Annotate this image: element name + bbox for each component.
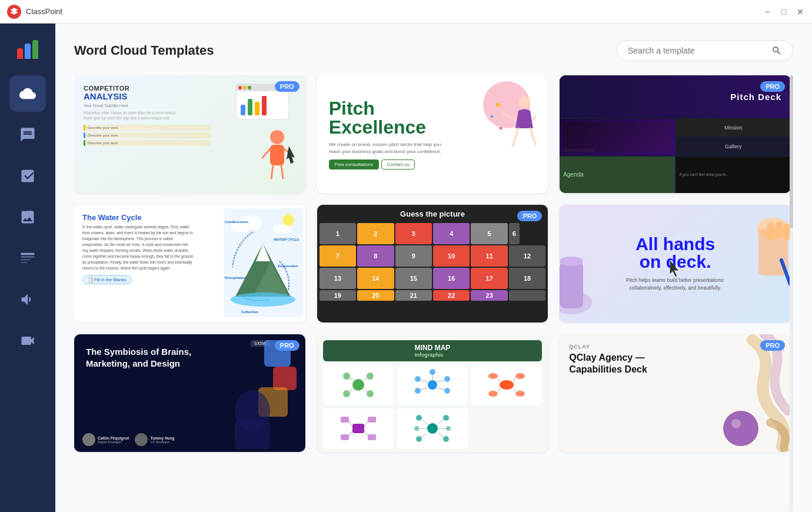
svg-line-15	[262, 149, 270, 158]
content-area: Word Cloud Templates PRO COMPETITOR ANAL…	[55, 24, 812, 512]
pitchdeck-gallery-cell: Gallery	[676, 138, 791, 155]
maximize-button[interactable]: □	[779, 7, 788, 16]
svg-point-97	[443, 436, 449, 442]
svg-point-55	[352, 379, 364, 391]
water-body: In the water cycle, water undergoes seve…	[82, 224, 194, 272]
pro-badge-guess: PRO	[517, 211, 542, 221]
svg-point-7	[243, 86, 247, 89]
author-1-name: Caitlin Pequignot	[98, 436, 129, 440]
pitchdeck-right-cells: Mission Gallery	[676, 119, 791, 155]
logo-bars-icon	[17, 38, 38, 59]
svg-line-81	[514, 378, 515, 381]
author-1-avatar	[82, 433, 95, 446]
guess-cell-10: 10	[433, 245, 470, 267]
author-2-name: Tommy Hung	[150, 436, 174, 440]
template-card-symbiosis[interactable]: PRO SXSW	[74, 334, 305, 452]
allhands-subtitle: Pitch helps teams build better presentat…	[617, 277, 734, 292]
author-1: Caitlin Pequignot Digital Strategist	[82, 433, 129, 446]
svg-point-68	[444, 388, 450, 394]
hands-left-illustration	[560, 226, 618, 323]
window-controls[interactable]: − □ ✕	[763, 7, 805, 16]
pitch-contact-cta[interactable]: Contact us	[381, 159, 414, 169]
qclay-content: QCLAY QClay Agency — Capabilities Deck	[569, 344, 781, 375]
svg-line-102	[422, 433, 427, 437]
template-card-water-cycle[interactable]: The Water Cycle In the water cycle, wate…	[74, 205, 305, 323]
template-card-mind-map[interactable]: MIND MAP Infographic	[317, 334, 548, 452]
logo-bar-blue	[25, 44, 31, 59]
template-card-guess-picture[interactable]: PRO Guess the picture 1 2 3 4 5 6 7 8 9	[317, 205, 548, 323]
scrollbar-track	[790, 75, 793, 512]
author-1-role: Digital Strategist	[98, 440, 129, 444]
svg-rect-11	[255, 102, 259, 115]
author-2-avatar	[135, 433, 148, 446]
template-card-qclay[interactable]: PRO QCLAY QClay Agency — Capabilities De…	[560, 334, 791, 452]
template-card-pitch-deck[interactable]: PRO Pitch Deck Introduction	[560, 75, 791, 193]
symbiosis-title: The Symbiosis of Brains, Marketing, and …	[86, 346, 200, 369]
card-title-competitor: ANALYSIS	[84, 92, 211, 102]
svg-point-79	[515, 391, 525, 397]
sidebar-item-slides[interactable]	[9, 240, 46, 277]
guess-cell-18-partial: 18	[509, 268, 545, 289]
cursor-icon	[667, 260, 684, 279]
sidebar-logo	[12, 33, 43, 64]
sidebar-item-image[interactable]	[9, 199, 46, 235]
search-box[interactable]	[617, 40, 793, 61]
pro-badge-symbiosis: PRO	[275, 340, 299, 351]
sidebar	[0, 24, 55, 512]
svg-line-91	[349, 431, 352, 436]
water-content: The Water Cycle In the water cycle, wate…	[82, 213, 194, 284]
gallery-label: Gallery	[725, 144, 742, 149]
svg-point-98	[414, 426, 419, 431]
svg-rect-46	[767, 222, 774, 240]
guess-cell-21: 21	[395, 290, 432, 301]
water-title: The Water Cycle	[82, 213, 194, 222]
guess-cell-5: 5	[471, 223, 507, 244]
scrollbar-thumb[interactable]	[790, 75, 793, 228]
app-logo	[7, 5, 21, 19]
symbiosis-authors: Caitlin Pequignot Digital Strategist Tom…	[82, 433, 175, 446]
sidebar-item-chat[interactable]	[9, 117, 46, 153]
pitch-main-title: PitchExcellence	[329, 99, 537, 137]
guess-cell-15: 15	[395, 268, 432, 289]
svg-rect-12	[262, 96, 267, 115]
svg-text:Condensation: Condensation	[225, 220, 248, 224]
svg-text:WATER CYCLE: WATER CYCLE	[274, 238, 299, 241]
svg-point-99	[446, 426, 451, 431]
template-card-competitor-analysis[interactable]: PRO COMPETITOR ANALYSIS Your Great Subti…	[74, 75, 305, 193]
svg-point-94	[416, 415, 422, 421]
quote-text: If you can't feel what you're...	[680, 172, 729, 177]
water-fill-blanks-badge[interactable]: 📋 Fill in the Blanks	[82, 275, 132, 284]
svg-line-17	[271, 165, 273, 178]
content-header: Word Cloud Templates	[74, 40, 793, 61]
guess-cell-3: 3	[395, 223, 432, 244]
pitch-free-cta[interactable]: Free consultations	[329, 159, 379, 169]
svg-point-13	[270, 130, 284, 144]
sidebar-item-audio[interactable]	[9, 281, 46, 318]
sidebar-item-quiz[interactable]	[9, 158, 46, 194]
search-icon	[771, 45, 782, 56]
minimize-button[interactable]: −	[763, 7, 772, 16]
pitchdeck-agenda-cell: Agenda	[560, 157, 674, 193]
svg-line-82	[498, 388, 500, 392]
template-card-pitch-excellence[interactable]: PitchExcellence We create on brand, cust…	[317, 75, 548, 193]
svg-line-80	[498, 378, 500, 381]
sidebar-item-word-cloud[interactable]	[9, 75, 46, 112]
qclay-logo-text: QCLAY	[569, 344, 781, 350]
card-tagline: Your Great Subtitle Here	[84, 104, 211, 108]
svg-rect-14	[270, 145, 284, 165]
svg-rect-86	[368, 417, 376, 423]
guess-cell-4: 4	[433, 223, 470, 244]
quiz-icon	[19, 168, 36, 184]
slides-icon	[19, 250, 36, 267]
guess-cell-19: 19	[320, 290, 356, 301]
guess-cell-2: 2	[357, 223, 394, 244]
guess-cell-23: 23	[471, 290, 507, 301]
image-icon	[19, 209, 36, 225]
sidebar-item-video[interactable]	[9, 323, 46, 359]
search-input[interactable]	[628, 46, 767, 55]
close-button[interactable]: ✕	[796, 7, 805, 16]
pitchdeck-quote-cell: If you can't feel what you're...	[676, 157, 791, 193]
logo-bar-green	[32, 40, 38, 59]
app-title: ClassPoint	[26, 7, 62, 16]
template-card-all-hands[interactable]: All handson deck. Pitch helps teams buil…	[560, 205, 791, 323]
